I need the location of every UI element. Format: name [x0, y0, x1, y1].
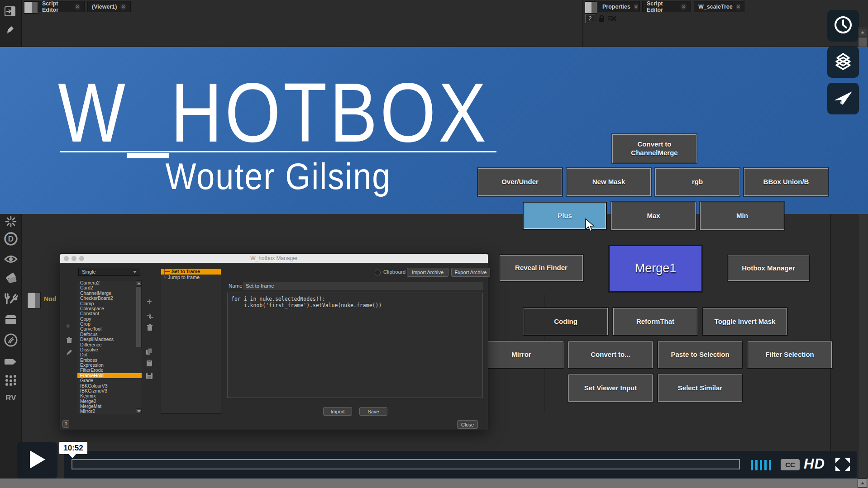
hotbox-max[interactable]: Max: [611, 202, 696, 230]
hotbox-new-mask[interactable]: New Mask: [567, 168, 651, 196]
volume-bar[interactable]: [755, 460, 758, 470]
close-button[interactable]: Close: [457, 420, 478, 429]
tree-item-selected[interactable]: ├─ Set to frame: [161, 269, 221, 275]
list-item[interactable]: CheckerBoard2: [77, 296, 142, 301]
scrollbar-thumb-top[interactable]: [858, 38, 867, 47]
volume-bar[interactable]: [760, 460, 762, 470]
trash-icon[interactable]: [66, 337, 72, 346]
hotbox-mirror[interactable]: Mirror: [479, 341, 563, 368]
list-item[interactable]: Dot: [77, 352, 142, 357]
import-archive-button[interactable]: Import Archive: [407, 268, 448, 277]
edit-pencil-icon[interactable]: [66, 349, 72, 357]
pane-corner-left[interactable]: [24, 1, 38, 14]
window-minimize-light[interactable]: [72, 256, 76, 261]
dialog-titlebar[interactable]: W_hotbox Manager: [60, 254, 488, 263]
dots-grid-icon[interactable]: [4, 373, 18, 388]
volume-bar[interactable]: [751, 460, 753, 470]
close-icon[interactable]: ✕: [681, 4, 687, 10]
paste-icon[interactable]: [146, 360, 153, 369]
burst-icon[interactable]: [4, 214, 18, 229]
tab-script-editor-right[interactable]: Script Editor ✕: [642, 1, 691, 12]
window-zoom-light[interactable]: [79, 256, 84, 261]
code-editor[interactable]: for i in nuke.selectedNodes(): i.knob('f…: [227, 293, 483, 398]
hotbox-filter-selection[interactable]: Filter Selection: [748, 341, 832, 368]
hotbox-convert-to[interactable]: Convert to...: [568, 341, 653, 368]
list-item[interactable]: Grade: [77, 378, 142, 383]
help-button[interactable]: ?: [62, 420, 69, 428]
hotbox-over-under[interactable]: Over/Under: [478, 168, 562, 196]
pen-icon[interactable]: [5, 25, 14, 37]
lock-icon[interactable]: [598, 14, 606, 24]
window-close-light[interactable]: [64, 256, 69, 261]
pane-corner-right[interactable]: [585, 1, 597, 14]
wrench-icon[interactable]: [4, 292, 18, 306]
tab-script-editor-left[interactable]: Script Editor ✕: [38, 1, 85, 12]
node-graph-corner[interactable]: [27, 292, 41, 308]
volume-bar[interactable]: [764, 460, 767, 470]
list-item[interactable]: Mirror2: [77, 409, 142, 414]
hotbox-manager-button[interactable]: Hotbox Manager: [728, 256, 809, 281]
scroll-up-button[interactable]: [136, 280, 142, 286]
hotbox-bbox-union[interactable]: BBox Union/B: [744, 168, 828, 196]
tag-icon[interactable]: [4, 270, 18, 284]
hotbox-reveal-in-finder[interactable]: Reveal in Finder: [500, 255, 583, 281]
hotbox-convert-channelmerge[interactable]: Convert to ChannelMerge: [612, 134, 696, 163]
export-archive-button[interactable]: Export Archive: [451, 268, 490, 277]
eye-icon[interactable]: [4, 252, 18, 266]
hotbox-paste-to-selection[interactable]: Paste to Selection: [658, 341, 742, 368]
hotbox-toggle-invert-mask[interactable]: Toggle Invert Mask: [703, 308, 787, 335]
tab-w-scaletree[interactable]: W_scaleTree ✕: [694, 1, 744, 12]
node-list[interactable]: Camera2 Card2 ChannelMerge CheckerBoard2…: [77, 280, 142, 414]
drawer-icon[interactable]: [4, 313, 18, 327]
hotbox-reformthat[interactable]: ReformThat: [613, 308, 697, 335]
hotbox-coding[interactable]: Coding: [524, 308, 608, 335]
merge1-node[interactable]: Merge1: [609, 246, 702, 292]
clear-all-icon[interactable]: [608, 15, 617, 24]
progress-bar[interactable]: [72, 459, 740, 469]
hotbox-set-viewer-input[interactable]: Set Viewer Input: [568, 374, 653, 402]
tab-viewer1[interactable]: (Viewer1) ✕: [87, 1, 131, 12]
clipboard-radio[interactable]: [375, 270, 381, 275]
list-item[interactable]: Constant: [77, 311, 142, 316]
mode-select[interactable]: Single: [78, 268, 140, 276]
close-icon[interactable]: ✕: [120, 4, 126, 10]
scroll-up-arrow[interactable]: [858, 28, 867, 36]
hotbox-rgb[interactable]: rgb: [655, 168, 739, 196]
scrollbar-thumb[interactable]: [136, 286, 142, 347]
scrollbar-track-bottom[interactable]: [858, 214, 868, 479]
pane-arrow-icon[interactable]: [5, 6, 15, 18]
copy-icon[interactable]: [146, 348, 153, 357]
play-button[interactable]: [17, 442, 57, 479]
watch-later-button[interactable]: [827, 10, 859, 42]
close-icon[interactable]: ✕: [75, 4, 80, 10]
fullscreen-button[interactable]: [835, 458, 850, 473]
tree-item[interactable]: └ Jump to frame: [161, 275, 221, 280]
tab-properties[interactable]: Properties ✕: [598, 1, 640, 12]
close-icon[interactable]: ✕: [634, 4, 638, 10]
volume-bar[interactable]: [769, 460, 771, 470]
hotbox-min[interactable]: Min: [700, 202, 784, 230]
list-item[interactable]: Keymix: [77, 393, 142, 398]
d-circle-icon[interactable]: D: [4, 232, 18, 246]
add-icon[interactable]: +: [66, 323, 71, 329]
save-doc-icon[interactable]: [146, 372, 153, 381]
cc-button[interactable]: CC: [781, 459, 800, 470]
name-field[interactable]: Set to frame: [243, 282, 483, 290]
collections-button[interactable]: [827, 46, 859, 78]
add-script-icon[interactable]: +: [147, 298, 152, 305]
scroll-bottom-arrow[interactable]: [858, 479, 867, 488]
capsule-icon[interactable]: [4, 355, 18, 369]
duplicate-icon[interactable]: [146, 313, 154, 321]
node-graph-tab-label[interactable]: Nod: [44, 295, 56, 303]
delete-script-icon[interactable]: [147, 324, 153, 333]
properties-count[interactable]: 2: [585, 14, 595, 23]
list-item[interactable]: DespillMadness: [77, 337, 142, 342]
script-tree[interactable]: ├─ Set to frame └ Jump to frame: [161, 268, 221, 414]
import-button[interactable]: Import: [323, 407, 352, 416]
close-icon[interactable]: ✕: [736, 4, 740, 10]
save-button[interactable]: Save: [359, 407, 387, 416]
rv-tool[interactable]: RV: [4, 391, 18, 405]
scroll-down-button[interactable]: [136, 408, 142, 414]
swirl-icon[interactable]: [4, 333, 18, 347]
share-button[interactable]: [827, 83, 859, 114]
